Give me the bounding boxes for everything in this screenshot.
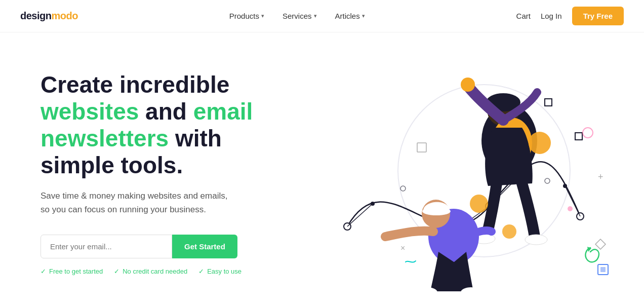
hero-left: Create incredible websites and email new… bbox=[41, 71, 284, 275]
nav-products-label: Products bbox=[229, 12, 259, 20]
svg-text:×: × bbox=[400, 244, 405, 252]
hero-title-newsletters: newsletters bbox=[41, 125, 169, 151]
svg-point-25 bbox=[422, 207, 451, 215]
svg-rect-38 bbox=[417, 143, 426, 152]
perk-easy: ✓ Easy to use bbox=[198, 268, 242, 275]
chevron-down-icon: ▾ bbox=[261, 13, 264, 19]
svg-point-13 bbox=[563, 184, 567, 188]
svg-text:+: + bbox=[598, 172, 603, 182]
svg-point-31 bbox=[583, 128, 593, 138]
svg-line-6 bbox=[347, 204, 373, 226]
email-form: Get Started bbox=[41, 235, 284, 258]
svg-point-22 bbox=[525, 235, 547, 245]
svg-rect-14 bbox=[545, 99, 552, 106]
svg-point-4 bbox=[545, 178, 550, 183]
check-icon: ✓ bbox=[198, 268, 204, 275]
email-input[interactable] bbox=[41, 235, 172, 258]
nav-articles-label: Articles bbox=[335, 12, 360, 20]
header: designmodo Products ▾ Services ▾ Article… bbox=[0, 0, 644, 32]
nav-services[interactable]: Services ▾ bbox=[275, 8, 324, 24]
hero-illustration: + × bbox=[284, 53, 624, 294]
perk-free-label: Free to get started bbox=[49, 268, 103, 275]
hero-title-with: with bbox=[169, 125, 222, 151]
hero-title-and: and bbox=[139, 98, 193, 125]
chevron-down-icon: ▾ bbox=[314, 13, 317, 19]
hero-title: Create incredible websites and email new… bbox=[41, 71, 284, 179]
nav-articles[interactable]: Articles ▾ bbox=[328, 8, 372, 24]
svg-point-29 bbox=[470, 195, 488, 213]
nav-services-label: Services bbox=[283, 12, 312, 20]
perk-no-card: ✓ No credit card needed bbox=[114, 268, 187, 275]
main-nav: Products ▾ Services ▾ Articles ▾ bbox=[222, 8, 372, 24]
svg-point-28 bbox=[529, 132, 551, 154]
perk-no-card-label: No credit card needed bbox=[123, 268, 187, 275]
nav-products[interactable]: Products ▾ bbox=[222, 8, 271, 24]
svg-point-7 bbox=[371, 202, 375, 206]
login-link[interactable]: Log In bbox=[541, 12, 562, 20]
hero-title-simple-tools: simple tools. bbox=[41, 152, 183, 178]
header-right: Cart Log In Try Free bbox=[516, 7, 624, 25]
svg-point-32 bbox=[568, 206, 573, 211]
hero-title-green2: email bbox=[193, 98, 253, 125]
hero-svg: + × bbox=[297, 54, 611, 292]
main-content: Create incredible websites and email new… bbox=[0, 32, 644, 304]
svg-rect-35 bbox=[600, 267, 606, 272]
chevron-down-icon: ▾ bbox=[362, 13, 365, 19]
hero-subtitle: Save time & money making websites and em… bbox=[41, 189, 233, 216]
get-started-button[interactable]: Get Started bbox=[172, 235, 237, 258]
hero-title-green1: websites bbox=[41, 98, 139, 125]
check-icon: ✓ bbox=[41, 268, 46, 275]
svg-point-2 bbox=[400, 186, 406, 191]
cart-link[interactable]: Cart bbox=[516, 12, 531, 20]
logo[interactable]: designmodo bbox=[20, 10, 78, 22]
svg-rect-15 bbox=[575, 133, 582, 140]
perk-easy-label: Easy to use bbox=[207, 268, 242, 275]
try-free-button[interactable]: Try Free bbox=[572, 7, 624, 25]
check-icon: ✓ bbox=[114, 268, 119, 275]
svg-point-30 bbox=[502, 224, 516, 239]
hero-title-line1: Create incredible bbox=[41, 71, 229, 98]
svg-point-20 bbox=[461, 78, 475, 92]
perks-list: ✓ Free to get started ✓ No credit card n… bbox=[41, 268, 284, 275]
svg-line-12 bbox=[565, 186, 580, 216]
perk-free: ✓ Free to get started bbox=[41, 268, 103, 275]
